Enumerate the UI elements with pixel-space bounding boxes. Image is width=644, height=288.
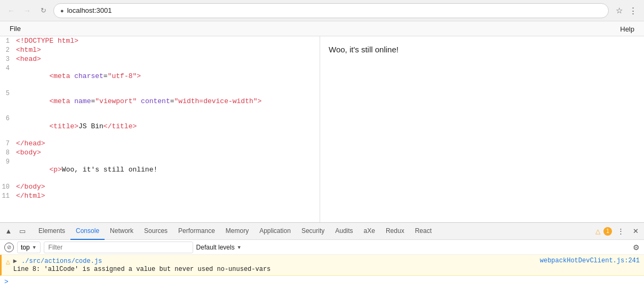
console-content: △ ▶ ./src/actions/code.js Line 8: 'allCo… — [0, 255, 644, 288]
menu-bar: File Help — [0, 21, 644, 36]
level-chevron-icon: ▼ — [237, 245, 242, 250]
line-number: 8 — [0, 149, 16, 157]
code-line-6: 6 <title>JS Bin</title> — [0, 114, 320, 139]
context-selector[interactable]: top ▼ — [17, 242, 41, 253]
code-line-8: 8 <body> — [0, 148, 320, 157]
warning-message-text: Line 8: 'allCode' is assigned a value bu… — [13, 266, 540, 273]
context-chevron-icon: ▼ — [32, 245, 37, 250]
code-line-9: 9 <p>Woo, it's still online! — [0, 157, 320, 182]
preview-panel: Woo, it's still online! — [320, 36, 644, 222]
code-tag: </body> — [16, 183, 45, 191]
tab-audits[interactable]: Audits — [330, 223, 358, 240]
line-number: 9 — [0, 158, 16, 166]
console-prompt: > — [0, 276, 644, 288]
devtools-right-controls: △ 1 ⋮ ✕ — [595, 225, 642, 238]
code-tag: </html> — [16, 192, 45, 200]
main-area: 1 <!DOCTYPE html> 2 <html> 3 <head> 4 <m… — [0, 36, 644, 222]
back-button[interactable]: ← — [5, 5, 17, 17]
code-doctype: <!DOCTYPE html> — [16, 37, 78, 45]
tab-application[interactable]: Application — [254, 223, 296, 240]
warning-count-badge: 1 — [603, 227, 612, 236]
devtools-left-icons: ▲ ▭ — [2, 225, 33, 238]
log-level-selector[interactable]: Default levels ▼ — [196, 244, 242, 251]
line-number: 1 — [0, 37, 16, 45]
reload-button[interactable]: ↻ — [37, 5, 49, 17]
menu-bar-right: Help — [617, 24, 638, 34]
security-icon: ● — [60, 7, 64, 14]
tab-react[interactable]: React — [410, 223, 437, 240]
line-number: 2 — [0, 46, 16, 54]
tab-axe[interactable]: aXe — [359, 223, 380, 240]
url-text: localhost:3001 — [67, 6, 602, 14]
context-value: top — [21, 244, 30, 251]
tab-network[interactable]: Network — [105, 223, 139, 240]
warning-file-link[interactable]: ./src/actions/code.js — [21, 258, 102, 265]
settings-icon[interactable]: ⚙ — [633, 243, 640, 252]
log-level-value: Default levels — [196, 244, 235, 251]
code-line-11: 11 </html> — [0, 191, 320, 200]
devtools-tabs: ▲ ▭ Elements Console Network Sources Per… — [0, 223, 644, 240]
toolbar-right: ☆ ⋮ — [613, 5, 639, 17]
code-content: <p>Woo, it's still online! — [16, 158, 157, 182]
warning-icon: △ — [6, 258, 10, 266]
code-content: <meta name="viewport" content="width=dev… — [16, 89, 261, 113]
code-content: <meta charset="utf-8"> — [16, 64, 141, 88]
warning-message-content: ▶ ./src/actions/code.js Line 8: 'allCode… — [13, 257, 540, 273]
line-number: 3 — [0, 55, 16, 63]
devtools-panel: ▲ ▭ Elements Console Network Sources Per… — [0, 222, 644, 288]
code-tag: </head> — [16, 139, 45, 147]
editor-panel: 1 <!DOCTYPE html> 2 <html> 3 <head> 4 <m… — [0, 36, 320, 222]
source-link[interactable]: webpackHotDevClient.js:241 — [540, 257, 640, 264]
file-menu[interactable]: File — [6, 24, 24, 34]
line-number: 6 — [0, 114, 16, 122]
console-filter-input[interactable] — [44, 242, 193, 253]
preview-text: Woo, it's still online! — [329, 45, 635, 54]
line-number: 7 — [0, 139, 16, 147]
code-line-5: 5 <meta name="viewport" content="width=d… — [0, 89, 320, 114]
tab-memory[interactable]: Memory — [220, 223, 254, 240]
inspect-element-button[interactable]: ▲ — [2, 225, 15, 238]
line-number: 10 — [0, 183, 16, 191]
browser-toolbar: ← → ↻ ● localhost:3001 ☆ ⋮ — [0, 0, 644, 21]
help-menu[interactable]: Help — [617, 24, 638, 34]
tab-performance[interactable]: Performance — [173, 223, 220, 240]
code-tag: <head> — [16, 55, 41, 63]
bookmark-button[interactable]: ☆ — [613, 5, 625, 17]
code-line-1: 1 <!DOCTYPE html> — [0, 36, 320, 45]
prompt-arrow-icon: > — [4, 278, 9, 286]
tab-security[interactable]: Security — [296, 223, 330, 240]
line-number: 5 — [0, 89, 16, 97]
devtools-close-button[interactable]: ✕ — [629, 225, 642, 238]
warning-triangle-icon: △ — [595, 228, 600, 235]
code-line-10: 10 </body> — [0, 182, 320, 191]
line-number: 11 — [0, 192, 16, 200]
address-bar[interactable]: ● localhost:3001 — [53, 3, 609, 18]
code-content: <title>JS Bin</title> — [16, 114, 137, 138]
tab-sources[interactable]: Sources — [139, 223, 173, 240]
menu-bar-left: File — [6, 24, 24, 34]
tab-elements[interactable]: Elements — [33, 223, 70, 240]
tab-console[interactable]: Console — [70, 223, 105, 240]
menu-button[interactable]: ⋮ — [627, 5, 639, 17]
code-tag: <html> — [16, 46, 41, 54]
code-tag: <body> — [16, 149, 41, 157]
warning-row: △ ▶ ./src/actions/code.js Line 8: 'allCo… — [0, 255, 644, 276]
clear-console-button[interactable]: ⊘ — [4, 243, 14, 252]
console-toolbar: ⊘ top ▼ Default levels ▼ ⚙ — [0, 240, 644, 255]
code-line-2: 2 <html> — [0, 45, 320, 55]
code-line-3: 3 <head> — [0, 55, 320, 64]
code-line-7: 7 </head> — [0, 139, 320, 148]
expand-arrow-icon[interactable]: ▶ — [13, 257, 17, 265]
tab-redux[interactable]: Redux — [380, 223, 410, 240]
device-toolbar-button[interactable]: ▭ — [16, 225, 29, 238]
devtools-more-button[interactable]: ⋮ — [614, 225, 627, 238]
forward-button[interactable]: → — [21, 5, 33, 17]
line-number: 4 — [0, 64, 16, 72]
code-line-4: 4 <meta charset="utf-8"> — [0, 64, 320, 89]
